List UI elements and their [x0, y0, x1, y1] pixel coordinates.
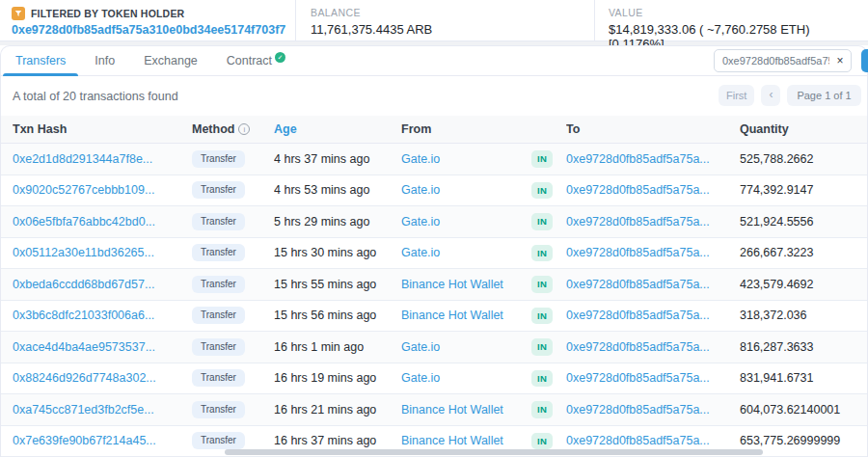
- from-link[interactable]: Gate.io: [401, 183, 440, 197]
- search-button[interactable]: [861, 49, 868, 72]
- search-input[interactable]: [715, 55, 829, 67]
- method-badge[interactable]: Transfer: [192, 432, 245, 449]
- info-icon[interactable]: i: [238, 123, 250, 135]
- method-badge[interactable]: Transfer: [192, 213, 245, 230]
- method-badge[interactable]: Transfer: [192, 150, 245, 168]
- txn-hash-link[interactable]: 0xa745cc871ed3fb2cf5e...: [13, 403, 154, 417]
- tab-contract-label: Contract: [227, 54, 272, 67]
- txn-hash-link[interactable]: 0xace4d4ba4ae9573537...: [13, 340, 155, 354]
- txn-hash-link[interactable]: 0x7e639fe90b67f214a45...: [13, 434, 156, 447]
- col-header-age[interactable]: Age: [274, 122, 401, 136]
- method-badge[interactable]: Transfer: [192, 244, 245, 261]
- age-text: 15 hrs 30 mins ago: [274, 246, 376, 259]
- direction-badge: IN: [531, 401, 553, 418]
- direction-badge: IN: [531, 433, 553, 450]
- quantity-text: 604,073.62140001: [740, 403, 840, 417]
- summary-row: A total of 20 transactions found First ‹…: [1, 76, 867, 116]
- tab-info[interactable]: Info: [80, 46, 129, 75]
- method-badge[interactable]: Transfer: [192, 401, 245, 418]
- token-holder-address-link[interactable]: 0xe9728d0fb85adf5a75a310e0bd34ee5174f703…: [12, 23, 285, 37]
- clear-search-icon[interactable]: ×: [829, 54, 851, 67]
- to-link[interactable]: 0xe9728d0fb85adf5a75a...: [566, 403, 710, 417]
- age-text: 15 hrs 56 mins ago: [274, 309, 376, 322]
- txn-hash-link[interactable]: 0x06e5fbfa76abbc42bd0...: [13, 215, 155, 228]
- age-text: 15 hrs 55 mins ago: [274, 278, 376, 291]
- table-row: 0x3b6c8dfc21033f006a6... Transfer 15 hrs…: [1, 301, 867, 333]
- to-link[interactable]: 0xe9728d0fb85adf5a75a...: [566, 183, 710, 197]
- transfers-card: Transfers Info Exchange Contract✓ × A to…: [0, 45, 868, 457]
- col-header-age-label[interactable]: Age: [274, 122, 297, 136]
- balance-section: BALANCE 11,761,375.4435 ARB: [296, 0, 595, 40]
- pagination: First ‹ Page 1 of 1 › Last: [719, 85, 868, 106]
- age-text: 16 hrs 37 mins ago: [274, 434, 376, 447]
- from-link[interactable]: Gate.io: [401, 152, 440, 166]
- method-badge[interactable]: Transfer: [192, 307, 245, 324]
- txn-hash-link[interactable]: 0x88246d926d7748a302...: [13, 371, 156, 385]
- from-link[interactable]: Gate.io: [401, 340, 440, 354]
- to-link[interactable]: 0xe9728d0fb85adf5a75a...: [566, 434, 710, 447]
- table-row: 0xace4d4ba4ae9573537... Transfer 16 hrs …: [1, 332, 867, 363]
- from-link[interactable]: Binance Hot Wallet: [401, 434, 503, 447]
- table-row: 0x9020c52767cebbb109... Transfer 4 hrs 5…: [1, 175, 867, 207]
- tab-transfers[interactable]: Transfers: [1, 46, 80, 75]
- tab-exchange[interactable]: Exchange: [129, 46, 212, 75]
- tab-info-label: Info: [95, 54, 115, 67]
- method-badge[interactable]: Transfer: [192, 338, 245, 356]
- txn-hash-link[interactable]: 0x9020c52767cebbb109...: [13, 183, 154, 197]
- txn-hash-link[interactable]: 0xbeda6ccdd68bd67d57...: [13, 278, 154, 291]
- direction-badge: IN: [531, 213, 553, 230]
- tab-bar: Transfers Info Exchange Contract✓ ×: [1, 46, 867, 76]
- col-header-to: To: [566, 122, 740, 136]
- table-body: 0xe2d1d8d291344a7f8e... Transfer 4 hrs 3…: [1, 144, 867, 457]
- txn-hash-link[interactable]: 0xe2d1d8d291344a7f8e...: [13, 152, 152, 166]
- age-text: 4 hrs 53 mins ago: [274, 183, 369, 197]
- pagination-first-button[interactable]: First: [719, 85, 754, 106]
- method-badge[interactable]: Transfer: [192, 276, 245, 293]
- from-link[interactable]: Gate.io: [401, 246, 440, 259]
- to-link[interactable]: 0xe9728d0fb85adf5a75a...: [566, 340, 710, 354]
- from-link[interactable]: Gate.io: [401, 215, 440, 228]
- balance-label: BALANCE: [311, 7, 594, 18]
- from-link[interactable]: Gate.io: [401, 371, 440, 385]
- to-link[interactable]: 0xe9728d0fb85adf5a75a...: [566, 309, 710, 322]
- to-link[interactable]: 0xe9728d0fb85adf5a75a...: [566, 278, 710, 291]
- age-text: 4 hrs 37 mins ago: [274, 152, 369, 166]
- quantity-text: 831,941.6731: [740, 371, 813, 385]
- to-link[interactable]: 0xe9728d0fb85adf5a75a...: [566, 215, 710, 228]
- to-link[interactable]: 0xe9728d0fb85adf5a75a...: [566, 371, 710, 385]
- value-section: VALUE $14,819,333.06 ( ~7,760.2758 ETH) …: [595, 0, 868, 40]
- from-link[interactable]: Binance Hot Wallet: [401, 278, 503, 291]
- direction-badge: IN: [531, 276, 553, 293]
- quantity-text: 423,579.4692: [740, 278, 813, 291]
- direction-badge: IN: [531, 150, 553, 168]
- tab-transfers-label: Transfers: [15, 54, 66, 67]
- direction-badge: IN: [531, 338, 553, 356]
- quantity-text: 525,788.2662: [740, 152, 813, 166]
- to-link[interactable]: 0xe9728d0fb85adf5a75a...: [566, 152, 710, 166]
- txn-hash-link[interactable]: 0x3b6c8dfc21033f006a6...: [13, 309, 154, 322]
- from-link[interactable]: Binance Hot Wallet: [401, 403, 503, 417]
- method-badge[interactable]: Transfer: [192, 181, 245, 199]
- direction-badge: IN: [531, 182, 553, 200]
- tab-exchange-label: Exchange: [144, 54, 198, 67]
- age-text: 16 hrs 19 mins ago: [274, 371, 376, 385]
- direction-badge: IN: [531, 370, 553, 388]
- table-row: 0x05112a30e11bd36265... Transfer 15 hrs …: [1, 238, 867, 270]
- balance-value: 11,761,375.4435 ARB: [311, 22, 594, 37]
- horizontal-scrollbar[interactable]: [225, 449, 763, 455]
- table-header-row: Txn Hash Method i Age From To Quantity: [1, 116, 867, 144]
- to-link[interactable]: 0xe9728d0fb85adf5a75a...: [566, 246, 710, 259]
- from-link[interactable]: Binance Hot Wallet: [401, 309, 503, 322]
- pagination-prev-button[interactable]: ‹: [761, 85, 780, 105]
- filter-header-label: FILTERED BY TOKEN HOLDER: [31, 8, 184, 19]
- age-text: 16 hrs 21 mins ago: [274, 403, 376, 417]
- direction-badge: IN: [531, 245, 553, 262]
- tab-contract[interactable]: Contract✓: [212, 46, 300, 75]
- quantity-text: 774,392.9147: [740, 183, 813, 197]
- quantity-text: 521,924.5556: [740, 215, 813, 228]
- txn-hash-link[interactable]: 0x05112a30e11bd36265...: [13, 246, 154, 259]
- search-box: ×: [714, 49, 852, 72]
- token-transfers-page: FILTERED BY TOKEN HOLDER 0xe9728d0fb85ad…: [0, 0, 868, 457]
- age-text: 16 hrs 1 min ago: [274, 340, 364, 354]
- method-badge[interactable]: Transfer: [192, 369, 245, 387]
